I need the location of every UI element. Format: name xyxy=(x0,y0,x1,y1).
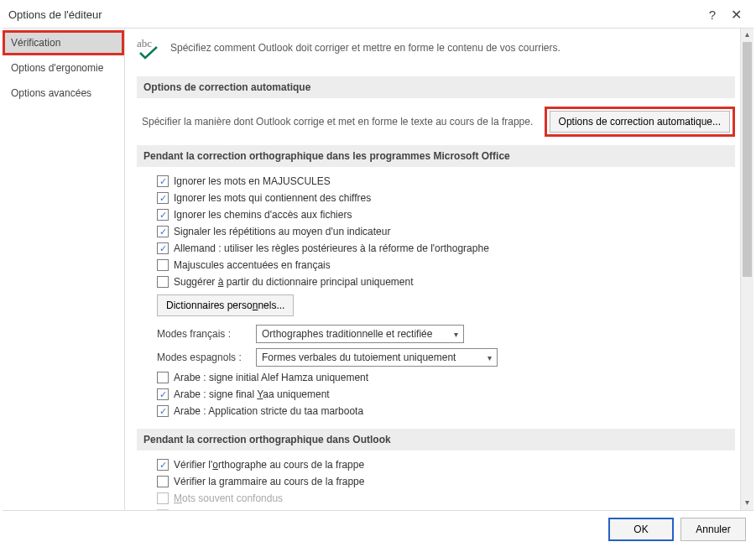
checkbox-icon: ✓ xyxy=(157,509,169,510)
check-label: Vérifier l'orthographe au cours de la fr… xyxy=(174,459,364,471)
checkbox-icon: ✓ xyxy=(157,459,169,471)
window-title: Options de l'éditeur xyxy=(8,8,701,21)
sidebar-item-label: Options d'ergonomie xyxy=(11,62,103,74)
check-french-caps[interactable]: Majuscules accentuées en français xyxy=(157,259,735,271)
custom-dictionaries-button[interactable]: Dictionnaires personnels... xyxy=(157,294,294,316)
checkbox-icon: ✓ xyxy=(157,242,169,254)
french-mode-label: Modes français : xyxy=(157,328,251,340)
checkbox-icon: ✓ xyxy=(157,388,169,400)
check-arabic-taa[interactable]: ✓ Arabe : Application stricte du taa mar… xyxy=(157,405,735,417)
spanish-mode-label: Modes espagnols : xyxy=(157,352,251,363)
ok-button[interactable]: OK xyxy=(608,518,674,541)
close-icon[interactable]: ✕ xyxy=(724,7,748,23)
spanish-mode-row: Modes espagnols : Formes verbales du tut… xyxy=(157,348,735,367)
sidebar-item-label: Vérification xyxy=(11,37,60,49)
check-label: Arabe : signe final Yaa uniquement xyxy=(174,388,330,400)
check-suggest-main-dict[interactable]: Suggérer à partir du dictionnaire princi… xyxy=(157,276,735,288)
autocorrect-button-highlight: Options de correction automatique... xyxy=(545,107,735,137)
section-spell-office-header: Pendant la correction orthographique dan… xyxy=(137,145,735,167)
checkbox-icon: ✓ xyxy=(157,209,169,221)
check-ignore-numbers[interactable]: ✓ Ignorer les mots qui contiennent des c… xyxy=(157,192,735,204)
check-arabic-alef[interactable]: Arabe : signe initial Alef Hamza uniquem… xyxy=(157,372,735,383)
dialog-footer: OK Annuler xyxy=(0,511,756,547)
autocorrect-options-button[interactable]: Options de correction automatique... xyxy=(550,111,730,133)
abc-check-icon: abc xyxy=(137,37,162,65)
titlebar: Options de l'éditeur ? ✕ xyxy=(0,0,756,28)
sidebar-item-ergonomie[interactable]: Options d'ergonomie xyxy=(3,55,124,81)
vertical-scrollbar[interactable]: ▴ ▾ xyxy=(740,29,753,510)
french-mode-row: Modes français : Orthographes traditionn… xyxy=(157,325,735,343)
check-flag-repeats[interactable]: ✓ Signaler les répétitions au moyen d'un… xyxy=(157,226,735,237)
sidebar-item-avancees[interactable]: Options avancées xyxy=(3,81,124,106)
check-grammar-as-type[interactable]: Vérifier la grammaire au cours de la fra… xyxy=(157,476,735,487)
check-ignore-uppercase[interactable]: ✓ Ignorer les mots en MAJUSCULES xyxy=(157,175,735,187)
spanish-mode-combo[interactable]: Formes verbales du tutoiement uniquement… xyxy=(256,348,498,367)
sidebar-item-label: Options avancées xyxy=(11,87,91,99)
checkbox-icon xyxy=(157,476,169,487)
checkbox-icon: ✓ xyxy=(157,226,169,237)
svg-text:abc: abc xyxy=(137,37,152,49)
autocorrect-row: Spécifier la manière dont Outlook corrig… xyxy=(137,107,735,137)
section-spell-outlook-header: Pendant la correction orthographique dan… xyxy=(137,429,735,451)
scroll-up-icon[interactable]: ▴ xyxy=(741,29,753,42)
checkbox-icon xyxy=(157,276,169,288)
check-label: Ignorer les mots en MAJUSCULES xyxy=(174,175,331,187)
combo-value: Formes verbales du tutoiement uniquement xyxy=(262,352,456,363)
scroll-thumb[interactable] xyxy=(743,42,752,277)
chevron-down-icon: ▾ xyxy=(487,353,492,362)
check-spell-as-type[interactable]: ✓ Vérifier l'orthographe au cours de la … xyxy=(157,459,735,471)
check-arabic-yaa[interactable]: ✓ Arabe : signe final Yaa uniquement xyxy=(157,388,735,400)
main-area: Vérification Options d'ergonomie Options… xyxy=(3,28,753,511)
sidebar-item-verification[interactable]: Vérification xyxy=(3,30,124,55)
check-german-reform[interactable]: ✓ Allemand : utiliser les règles postéri… xyxy=(157,242,735,254)
french-mode-combo[interactable]: Orthographes traditionnelle et rectifiée… xyxy=(256,325,464,343)
help-icon[interactable]: ? xyxy=(701,8,724,22)
sidebar: Vérification Options d'ergonomie Options… xyxy=(3,29,125,510)
check-label: Ignorer les chemins d'accès aux fichiers xyxy=(174,209,352,221)
scroll-down-icon[interactable]: ▾ xyxy=(741,497,753,510)
chevron-down-icon: ▾ xyxy=(454,330,458,339)
hero: abc Spécifiez comment Outlook doit corri… xyxy=(137,37,735,65)
hero-text: Spécifiez comment Outlook doit corriger … xyxy=(170,42,560,54)
checkbox-icon: ✓ xyxy=(157,175,169,187)
cancel-button[interactable]: Annuler xyxy=(680,518,746,541)
check-label: Allemand : utiliser les règles postérieu… xyxy=(174,242,489,254)
section-autocorrect-header: Options de correction automatique xyxy=(137,76,735,98)
check-label: Suggérer à partir du dictionnaire princi… xyxy=(174,276,414,288)
check-ignore-paths[interactable]: ✓ Ignorer les chemins d'accès aux fichie… xyxy=(157,209,735,221)
check-confused-words: Mots souvent confondus xyxy=(157,492,735,504)
checkbox-icon xyxy=(157,372,169,383)
autocorrect-desc: Spécifier la manière dont Outlook corrig… xyxy=(142,116,536,128)
content-pane: abc Spécifiez comment Outlook doit corri… xyxy=(125,29,753,510)
checkbox-icon: ✓ xyxy=(157,405,169,417)
check-grammar-editor-pane[interactable]: ✓ Vérifier la grammaire et les affinemen… xyxy=(157,509,735,510)
check-label: Arabe : Application stricte du taa marbo… xyxy=(174,405,363,417)
checkbox-icon: ✓ xyxy=(157,192,169,204)
check-label: Ignorer les mots qui contiennent des chi… xyxy=(174,192,371,204)
check-label: Majuscules accentuées en français xyxy=(174,259,331,271)
checkbox-icon xyxy=(157,259,169,271)
check-label: Vérifier la grammaire au cours de la fra… xyxy=(174,476,364,487)
check-label: Arabe : signe initial Alef Hamza uniquem… xyxy=(174,372,368,383)
checkbox-icon xyxy=(157,492,169,504)
combo-value: Orthographes traditionnelle et rectifiée xyxy=(262,328,432,340)
check-label: Mots souvent confondus xyxy=(174,492,283,504)
check-label: Vérifier la grammaire et les affinements… xyxy=(174,509,460,510)
check-label: Signaler les répétitions au moyen d'un i… xyxy=(174,226,390,237)
